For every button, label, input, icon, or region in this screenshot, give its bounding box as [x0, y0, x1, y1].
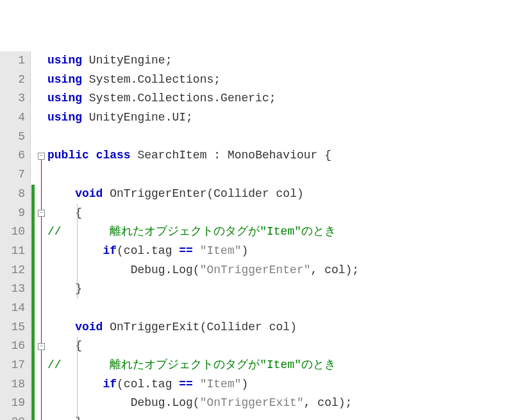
code-text: using System.Collections.Generic; [47, 92, 276, 105]
code-line[interactable]: void OnTriggerEnter(Collider col) [47, 185, 525, 204]
line-number: 16 [0, 337, 25, 356]
line-number: 5 [0, 128, 25, 147]
fold-toggle[interactable]: − [38, 153, 45, 160]
line-number: 6 [0, 146, 25, 165]
code-text: using System.Collections; [47, 73, 221, 86]
fold-tree-line [41, 156, 42, 420]
line-number: 8 [0, 185, 25, 204]
code-text: void OnTriggerExit(Collider col) [47, 321, 297, 333]
line-number: 3 [0, 89, 25, 108]
indent-guide [77, 261, 78, 280]
code-text: // 離れたオブジェクトのタグが"Item"のとき [47, 358, 336, 371]
fold-toggle[interactable]: − [38, 343, 45, 350]
line-number: 12 [0, 261, 25, 280]
line-number: 1 [0, 51, 25, 71]
line-number: 9 [0, 204, 25, 223]
line-number: 4 [0, 108, 25, 128]
line-number: 2 [0, 71, 25, 90]
code-line[interactable]: if(col.tag == "Item") [47, 375, 525, 394]
code-line[interactable]: using System.Collections.Generic; [47, 89, 525, 108]
code-line[interactable] [47, 299, 525, 318]
fold-column: −−− [36, 51, 47, 420]
indent-guide [77, 356, 78, 375]
change-marker-column [31, 51, 36, 420]
line-number: 18 [0, 375, 25, 394]
code-line[interactable]: { [47, 204, 525, 223]
line-number: 13 [0, 280, 25, 299]
code-line[interactable]: using System.Collections; [47, 71, 525, 90]
indent-guide [77, 337, 78, 356]
code-line[interactable] [47, 165, 525, 185]
code-line[interactable]: Debug.Log("OnTriggerExit", col); [47, 394, 525, 413]
line-number: 11 [0, 242, 25, 261]
line-number: 7 [0, 165, 25, 185]
code-line[interactable]: public class SearchItem : MonoBehaviour … [47, 146, 525, 165]
code-line[interactable]: } [47, 413, 525, 420]
code-line[interactable]: using UnityEngine; [47, 51, 525, 71]
code-text: // 離れたオブジェクトのタグが"Item"のとき [47, 225, 336, 238]
indent-guide [77, 413, 78, 420]
code-text: Debug.Log("OnTriggerExit", col); [47, 396, 352, 409]
indent-guide [77, 280, 78, 299]
line-number: 15 [0, 318, 25, 337]
indent-guide [77, 204, 78, 223]
line-number: 20 [0, 413, 25, 420]
line-number: 17 [0, 356, 25, 375]
code-line[interactable]: } [47, 280, 525, 299]
change-bar [31, 185, 35, 420]
code-area[interactable]: using UnityEngine;using System.Collectio… [47, 51, 525, 420]
indent-guide [77, 223, 78, 242]
code-line[interactable]: // 離れたオブジェクトのタグが"Item"のとき [47, 223, 525, 242]
fold-toggle[interactable]: − [38, 210, 45, 217]
code-line[interactable]: // 離れたオブジェクトのタグが"Item"のとき [47, 356, 525, 375]
code-text: using UnityEngine; [47, 54, 172, 67]
code-line[interactable] [47, 128, 525, 147]
code-text: public class SearchItem : MonoBehaviour … [47, 149, 331, 162]
indent-guide [77, 394, 78, 413]
code-line[interactable]: Debug.Log("OnTriggerEnter", col); [47, 261, 525, 280]
line-number-gutter: 12345678910111213141516171819202122 [0, 51, 31, 420]
line-number: 10 [0, 223, 25, 242]
code-line[interactable]: void OnTriggerExit(Collider col) [47, 318, 525, 337]
code-text: Debug.Log("OnTriggerEnter", col); [47, 264, 359, 276]
code-line[interactable]: if(col.tag == "Item") [47, 242, 525, 261]
code-line[interactable]: using UnityEngine.UI; [47, 108, 525, 128]
code-line[interactable]: { [47, 337, 525, 356]
indent-guide [77, 242, 78, 261]
line-number: 19 [0, 394, 25, 413]
code-text: void OnTriggerEnter(Collider col) [47, 187, 304, 200]
line-number: 14 [0, 299, 25, 318]
indent-guide [77, 375, 78, 394]
code-text: using UnityEngine.UI; [47, 111, 193, 124]
code-editor: 12345678910111213141516171819202122 −−− … [0, 51, 525, 420]
